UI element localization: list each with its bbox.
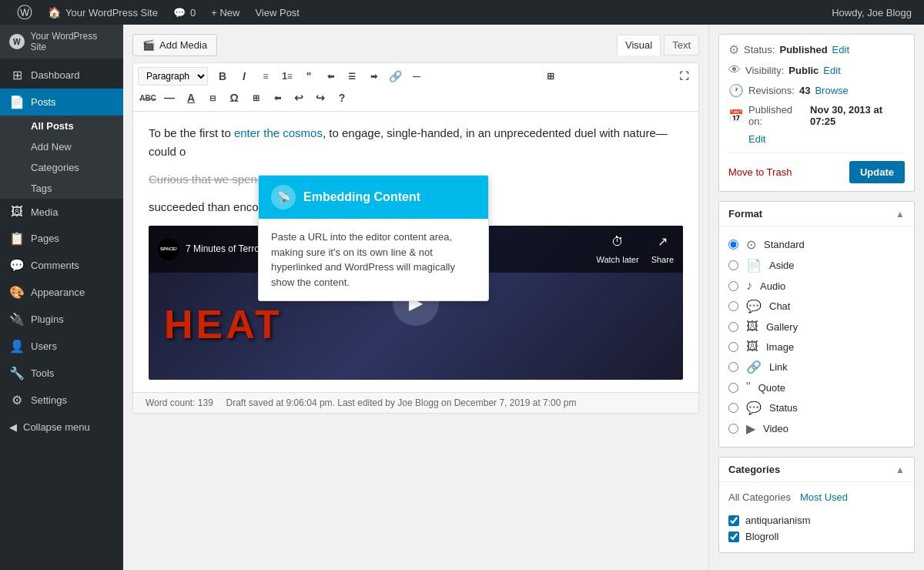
align-left-button[interactable]: ⬅ [320,66,340,86]
sidebar-item-comments[interactable]: 💬 Comments [0,252,123,279]
enter-cosmos-link[interactable]: enter the cosmos [234,126,323,139]
sidebar-item-label: Appearance [31,287,85,298]
format-video-radio[interactable] [728,424,738,434]
format-status-radio[interactable] [728,403,738,413]
sidebar-item-users[interactable]: 👤 Users [0,333,123,360]
editor-toolbar-top: 🎬 Add Media Visual Text [132,34,699,56]
status-icon: ⚙ [728,42,739,57]
format-chat-radio[interactable] [728,301,738,311]
paste-text-button[interactable]: ⊟ [203,88,223,108]
media-icon: 🖼 [9,205,25,219]
visibility-edit-link[interactable]: Edit [823,65,840,76]
indent-button[interactable]: ⊞ [246,88,266,108]
redo-button[interactable]: ↪ [310,88,330,108]
align-center-button[interactable]: ☰ [342,66,362,86]
sidebar-item-plugins[interactable]: 🔌 Plugins [0,306,123,333]
horizontal-rule-button[interactable]: — [159,88,179,108]
format-box-content: ⊙ Standard 📄 Aside ♪ Audio [719,226,914,447]
revisions-browse-link[interactable]: Browse [815,85,848,96]
category-antiquarianism-label: antiquarianism [745,515,811,526]
audio-icon: ♪ [746,279,752,293]
sidebar-item-settings[interactable]: ⚙ Settings [0,387,123,414]
revisions-value: 43 [799,85,810,96]
sidebar-item-dashboard[interactable]: ⊞ Dashboard [0,62,123,89]
sidebar-item-appearance[interactable]: 🎨 Appearance [0,279,123,306]
category-blogroll: Blogroll [728,528,905,545]
categories-box-header: Categories [719,458,914,482]
site-name-bar[interactable]: 🏠 Your WordPress Site [40,0,166,25]
editor-main: 🎬 Add Media Visual Text [123,25,708,570]
share-action[interactable]: ↗ Share [651,232,674,267]
add-media-button[interactable]: 🎬 Add Media [132,34,217,56]
format-quote-radio[interactable] [728,383,738,393]
blockquote-button[interactable]: " [299,66,319,86]
sidebar-item-categories[interactable]: Categories [0,157,123,178]
sidebar-site[interactable]: W Your WordPress Site [0,25,123,59]
ul-button[interactable]: ≡ [256,66,276,86]
format-aside-radio[interactable] [728,260,738,270]
italic-button[interactable]: I [234,66,254,86]
visibility-row: 👁 Visibility: Public Edit [728,63,905,77]
update-button[interactable]: Update [849,161,905,183]
sidebar-item-pages[interactable]: 📋 Pages [0,225,123,252]
ol-button[interactable]: 1≡ [277,66,297,86]
embedding-icon: 📡 [277,191,290,203]
view-post-bar-item[interactable]: View Post [247,0,307,25]
sidebar-item-posts[interactable]: 📄 Posts [0,89,123,116]
sidebar-item-tools[interactable]: 🔧 Tools [0,360,123,387]
tab-all-categories[interactable]: All Categories [728,490,791,505]
sidebar-item-add-new[interactable]: Add New [0,136,123,157]
strikethrough-button[interactable]: ABC [138,88,158,108]
watch-later-action[interactable]: ⏱ Watch later [596,232,638,267]
insert-more-button[interactable]: — [407,66,427,86]
new-bar-item[interactable]: + New [203,0,247,25]
sidebar-item-label: Settings [31,394,67,406]
move-to-trash-link[interactable]: Move to Trash [728,166,792,178]
special-chars-button[interactable]: Ω [224,88,244,108]
format-gallery-radio[interactable] [728,322,738,332]
categories-box-toggle[interactable] [896,464,905,475]
content-paragraph-1: To be the first to enter the cosmos, to … [149,124,683,161]
comments-bar-item[interactable]: 💬 0 [166,0,203,25]
format-link-radio[interactable] [728,362,738,372]
format-image-radio[interactable] [728,342,738,352]
tab-most-used[interactable]: Most Used [800,490,848,505]
fullscreen-button[interactable]: ⛶ [674,66,694,86]
visibility-icon: 👁 [728,63,741,77]
sidebar-item-media[interactable]: 🖼 Media [0,199,123,225]
undo-button[interactable]: ↩ [289,88,309,108]
format-standard-label: Standard [764,239,805,250]
sidebar-item-tags[interactable]: Tags [0,178,123,199]
wp-logo[interactable]: ⓦ [9,0,40,25]
comments-count: 0 [190,7,196,18]
format-video-label: Video [763,423,788,434]
draft-saved: Draft saved at 9:06:04 pm. Last edited b… [226,397,577,408]
bold-button[interactable]: B [213,66,233,86]
link-button[interactable]: 🔗 [385,66,405,86]
sidebar: W Your WordPress Site ⊞ Dashboard 📄 Post… [0,25,123,570]
help-button[interactable]: ? [332,88,352,108]
sidebar-item-all-posts[interactable]: All Posts [0,116,123,136]
sidebar-item-label: Users [31,340,57,352]
status-edit-link[interactable]: Edit [832,44,849,55]
toolbar-toggle-button[interactable]: ⊞ [541,66,561,86]
tab-text[interactable]: Text [664,35,699,55]
font-color-button[interactable]: A [181,88,201,108]
visibility-value: Public [788,65,819,76]
category-antiquarianism-checkbox[interactable] [728,515,739,526]
collapse-menu[interactable]: ◀ Collapse menu [0,414,123,441]
tab-visual[interactable]: Visual [617,35,661,55]
aside-icon: 📄 [746,258,762,273]
category-blogroll-checkbox[interactable] [728,531,739,542]
outdent-button[interactable]: ⬅ [267,88,287,108]
format-standard-radio[interactable] [728,240,738,250]
paragraph-select[interactable]: Paragraph Heading 1 Heading 2 [138,67,208,86]
format-audio-radio[interactable] [728,281,738,291]
format-box-toggle[interactable] [896,209,905,220]
sidebar-item-label: Media [31,206,58,218]
align-right-button[interactable]: ➡ [363,66,383,86]
image-icon: 🖼 [746,340,758,354]
published-edit-link[interactable]: Edit [748,133,765,145]
sidebar-item-label: Posts [31,96,56,108]
howdy-label: Howdy, Joe Blogg [832,7,915,18]
